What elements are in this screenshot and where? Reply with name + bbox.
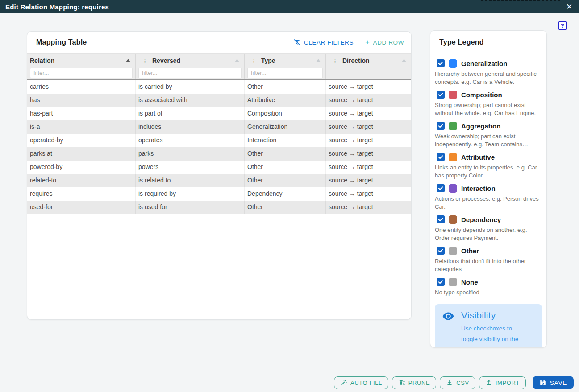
import-button[interactable]: IMPORT: [479, 376, 526, 389]
add-row-label: ADD ROW: [373, 39, 404, 46]
cell-type[interactable]: Composition: [245, 107, 326, 120]
cell-type[interactable]: Generalization: [245, 120, 326, 134]
download-icon: [446, 379, 453, 386]
prune-button[interactable]: PRUNE: [392, 376, 437, 389]
mapping-table-title: Mapping Table: [36, 38, 87, 46]
table-row[interactable]: has is associated with Attributive sourc…: [27, 94, 411, 107]
table-row[interactable]: operated-by operates Interaction source …: [27, 134, 411, 147]
cell-relation[interactable]: parks at: [27, 147, 136, 161]
cell-type[interactable]: Other: [245, 161, 326, 174]
cell-relation[interactable]: carries: [27, 80, 136, 94]
cell-reversed[interactable]: is associated with: [136, 94, 245, 107]
visibility-checkbox[interactable]: [437, 91, 445, 99]
table-row[interactable]: used-for is used for Other source → targ…: [27, 201, 411, 214]
type-description: Weak ownership; part can exist independe…: [435, 132, 541, 148]
cell-reversed[interactable]: parks: [136, 147, 245, 161]
type-filter-input[interactable]: [247, 68, 323, 78]
cell-direction[interactable]: source → target: [326, 107, 411, 120]
cell-type[interactable]: Other: [245, 201, 326, 214]
close-icon[interactable]: ✕: [564, 2, 575, 12]
cell-reversed[interactable]: includes: [136, 120, 245, 134]
cell-reversed[interactable]: is part of: [136, 107, 245, 120]
sort-icon[interactable]: [402, 59, 406, 62]
legend-item: Dependency One entity depends on another…: [435, 214, 541, 242]
column-label: Type: [261, 57, 275, 64]
cell-direction[interactable]: source → target: [326, 201, 411, 214]
table-row[interactable]: powered-by powers Other source → target: [27, 161, 411, 174]
cell-reversed[interactable]: is carried by: [136, 80, 245, 94]
visibility-checkbox[interactable]: [437, 278, 445, 286]
save-button[interactable]: SAVE: [533, 376, 574, 389]
cell-relation[interactable]: related-to: [27, 174, 136, 187]
cell-type[interactable]: Interaction: [245, 134, 326, 147]
sort-icon[interactable]: [316, 59, 321, 62]
cell-type[interactable]: Other: [245, 147, 326, 161]
visibility-checkbox[interactable]: [437, 153, 445, 161]
auto-fill-button[interactable]: AUTO FILL: [334, 376, 388, 389]
table-row[interactable]: has-part is part of Composition source →…: [27, 107, 411, 120]
type-label: None: [461, 278, 478, 286]
column-header-type[interactable]: ⋮ Type: [245, 54, 326, 79]
cell-relation[interactable]: operated-by: [27, 134, 136, 147]
cell-type[interactable]: Other: [245, 80, 326, 94]
cell-type[interactable]: Other: [245, 174, 326, 187]
cell-direction[interactable]: source → target: [326, 187, 411, 201]
cell-type[interactable]: Dependency: [245, 187, 326, 201]
cell-relation[interactable]: has-part: [27, 107, 136, 120]
table-row[interactable]: parks at parks Other source → target: [27, 147, 411, 161]
cell-direction[interactable]: source → target: [326, 134, 411, 147]
sort-asc-icon[interactable]: [126, 59, 130, 62]
drag-handle-icon[interactable]: ⋮: [251, 58, 257, 64]
cell-direction[interactable]: source → target: [326, 94, 411, 107]
table-row[interactable]: is-a includes Generalization source → ta…: [27, 120, 411, 134]
drag-handle-icon[interactable]: ⋮: [332, 58, 338, 64]
cell-direction[interactable]: source → target: [326, 174, 411, 187]
cell-relation[interactable]: powered-by: [27, 161, 136, 174]
help-icon[interactable]: ?: [558, 21, 567, 30]
clear-filters-label: CLEAR FILTERS: [304, 39, 354, 46]
cell-reversed[interactable]: is used for: [136, 201, 245, 214]
table-row[interactable]: carries is carried by Other source → tar…: [27, 80, 411, 94]
visibility-checkbox[interactable]: [437, 215, 445, 223]
drag-handle-icon[interactable]: ⋮: [142, 58, 148, 64]
type-label: Other: [461, 247, 479, 255]
reversed-filter-input[interactable]: [138, 68, 242, 78]
dialog-titlebar: Edit Relation Mapping: requires ✕: [0, 0, 579, 13]
cell-relation[interactable]: is-a: [27, 120, 136, 134]
type-legend-card: Type Legend Generalization Hierarchy bet…: [430, 30, 547, 348]
csv-download-button[interactable]: CSV: [440, 376, 475, 389]
visibility-checkbox[interactable]: [437, 184, 445, 192]
relation-filter-input[interactable]: [30, 68, 133, 78]
cell-direction[interactable]: source → target: [326, 120, 411, 134]
cell-reversed[interactable]: is required by: [136, 187, 245, 201]
visibility-checkbox[interactable]: [437, 247, 445, 255]
prune-label: PRUNE: [408, 380, 430, 386]
type-color-swatch: [449, 215, 457, 224]
add-row-button[interactable]: + ADD ROW: [365, 39, 404, 46]
clear-filters-button[interactable]: CLEAR FILTERS: [293, 39, 354, 46]
mapping-table-header: Mapping Table CLEAR FILTERS + ADD ROW: [27, 32, 411, 53]
visibility-checkbox[interactable]: [437, 122, 445, 130]
legend-item: Aggregation Weak ownership; part can exi…: [435, 120, 541, 148]
cell-relation[interactable]: requires: [27, 187, 136, 201]
table-row[interactable]: related-to is related to Other source → …: [27, 174, 411, 187]
sort-icon[interactable]: [235, 59, 239, 62]
cell-direction[interactable]: source → target: [326, 161, 411, 174]
column-header-reversed[interactable]: ⋮ Reversed: [136, 54, 245, 79]
cell-direction[interactable]: source → target: [326, 80, 411, 94]
cell-relation[interactable]: has: [27, 94, 136, 107]
column-label: Reversed: [152, 57, 180, 64]
cell-reversed[interactable]: operates: [136, 134, 245, 147]
cell-type[interactable]: Attributive: [245, 94, 326, 107]
table-row[interactable]: requires is required by Dependency sourc…: [27, 187, 411, 201]
cell-reversed[interactable]: powers: [136, 161, 245, 174]
cell-reversed[interactable]: is related to: [136, 174, 245, 187]
visibility-checkbox[interactable]: [437, 59, 445, 67]
column-header-relation[interactable]: Relation: [27, 54, 136, 79]
upload-icon: [485, 379, 492, 386]
type-color-swatch: [449, 122, 457, 130]
cell-relation[interactable]: used-for: [27, 201, 136, 214]
column-header-direction[interactable]: ⋮ Direction: [326, 54, 411, 79]
cell-direction[interactable]: source → target: [326, 147, 411, 161]
table-header-row: Relation ⋮ Reversed ⋮ Type ⋮ Direction: [27, 53, 411, 80]
